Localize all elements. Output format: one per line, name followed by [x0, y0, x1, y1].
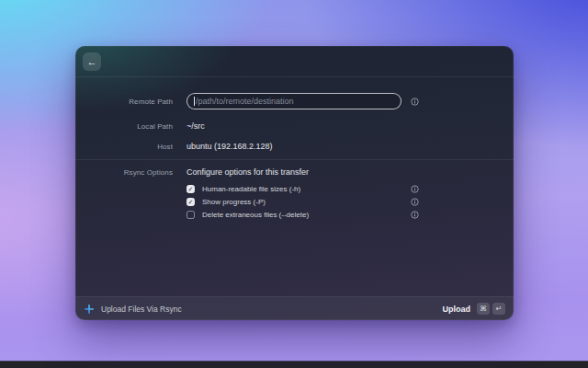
- checkbox-box[interactable]: ✓: [187, 198, 195, 206]
- info-icon[interactable]: [411, 198, 419, 206]
- checkbox-label: Human-readable file sizes (-h): [202, 185, 300, 193]
- rsync-extension-icon: [84, 304, 95, 315]
- dialog-header: ←: [75, 46, 514, 77]
- text-cursor: [194, 97, 195, 106]
- info-icon[interactable]: [411, 98, 419, 106]
- host-row: Host ubuntu (192.168.2.128): [90, 141, 499, 152]
- screen-bottom-edge: [0, 361, 588, 368]
- section-divider: [75, 159, 514, 160]
- remote-path-row: Remote Path /path/to/remote/destination: [90, 93, 499, 109]
- checkbox-show-progress[interactable]: ✓ Show progress (-P): [187, 198, 401, 206]
- option-row-delete-extraneous: ✓ Delete extraneous files (--delete): [90, 210, 499, 220]
- local-path-value: ~/src: [187, 121, 205, 131]
- command-key-icon: ⌘: [477, 303, 490, 315]
- rsync-options-description: Configure options for this transfer: [187, 167, 309, 177]
- return-key-icon: ↵: [492, 303, 505, 315]
- rsync-upload-dialog: ← Remote Path /path/to/remote/destinatio…: [75, 46, 514, 320]
- back-arrow-icon: ←: [87, 57, 97, 67]
- host-label: Host: [90, 143, 173, 151]
- back-button[interactable]: ←: [83, 52, 101, 71]
- local-path-row: Local Path ~/src: [90, 121, 499, 132]
- option-row-show-progress: ✓ Show progress (-P): [90, 197, 499, 207]
- checkbox-delete-extraneous[interactable]: ✓ Delete extraneous files (--delete): [187, 211, 401, 219]
- checkbox-label: Delete extraneous files (--delete): [202, 211, 309, 219]
- remote-path-placeholder: /path/to/remote/destination: [196, 97, 294, 106]
- checkbox-label: Show progress (-P): [202, 198, 266, 206]
- upload-form: Remote Path /path/to/remote/destination …: [75, 93, 514, 220]
- info-icon[interactable]: [411, 185, 419, 193]
- rsync-options-label: Rsync Options: [90, 168, 173, 177]
- host-value: ubuntu (192.168.2.128): [187, 142, 273, 151]
- rsync-options-row: Rsync Options Configure options for this…: [90, 167, 499, 178]
- option-row-human-readable: ✓ Human-readable file sizes (-h): [90, 184, 499, 194]
- checkbox-box[interactable]: ✓: [187, 185, 195, 193]
- checkbox-box[interactable]: ✓: [187, 211, 195, 219]
- command-title: Upload Files Via Rsync: [101, 305, 182, 314]
- action-bar: Upload Files Via Rsync Upload ⌘ ↵: [75, 296, 514, 320]
- info-icon[interactable]: [411, 211, 419, 219]
- remote-path-input[interactable]: /path/to/remote/destination: [187, 93, 401, 109]
- remote-path-label: Remote Path: [90, 98, 173, 106]
- local-path-label: Local Path: [90, 122, 173, 131]
- checkbox-human-readable[interactable]: ✓ Human-readable file sizes (-h): [187, 185, 401, 193]
- upload-action-button[interactable]: Upload: [443, 305, 471, 314]
